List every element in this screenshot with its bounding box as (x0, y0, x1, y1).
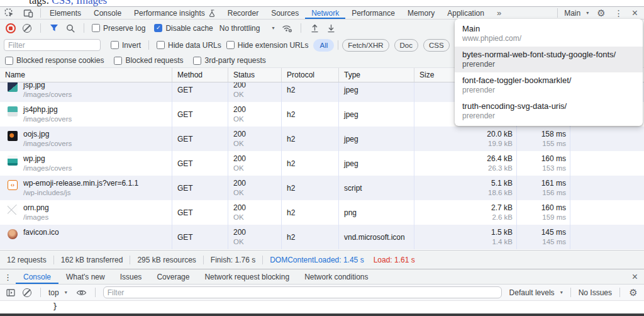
image-thumbnail-icon (8, 131, 18, 141)
page-tags-line: tags: CSS, Images (29, 0, 107, 6)
network-filter-input[interactable] (4, 39, 101, 51)
drawer-tabbar: ⋮ Console What's new Issues Coverage Net… (0, 269, 644, 285)
tab-sources[interactable]: Sources (265, 7, 305, 19)
chevron-down-icon: ▾ (586, 10, 589, 16)
filter-chip-doc[interactable]: Doc (394, 39, 418, 52)
console-settings-button[interactable]: ⚙ (628, 287, 639, 298)
more-vertical-icon: ⋮ (4, 273, 12, 282)
drawer-tab-network-conditions[interactable]: Network conditions (297, 269, 375, 284)
more-tabs-button[interactable]: » (491, 7, 508, 19)
dropdown-item-prerender-2[interactable]: font-face-toggler-bookmarklet/ prerender (455, 72, 643, 98)
image-thumbnail-icon (8, 155, 18, 166)
tab-recorder[interactable]: Recorder (221, 7, 265, 19)
network-conditions-button[interactable] (282, 23, 293, 34)
divider (40, 288, 41, 297)
divider (619, 288, 620, 297)
waterfall-cell (570, 176, 644, 200)
script-file-icon: ‹› (8, 180, 18, 190)
waterfall-cell (570, 151, 644, 176)
console-filter-input[interactable] (103, 286, 502, 298)
drawer-tab-issues[interactable]: Issues (113, 269, 150, 284)
third-party-requests-checkbox[interactable]: 3rd-party requests (193, 56, 265, 65)
tag-link-css[interactable]: CSS, (52, 0, 74, 6)
console-levels-select[interactable]: Default levels ▾ (509, 288, 563, 297)
filter-toggle-button[interactable] (48, 23, 60, 34)
tab-memory[interactable]: Memory (401, 7, 441, 19)
target-context-selector[interactable]: Main▾ (560, 7, 592, 19)
more-vertical-icon: ⋮ (614, 8, 623, 18)
filter-chip-css[interactable]: CSS (423, 39, 450, 52)
table-row[interactable]: favicon.ico GET 200OK h2 vnd.microsoft.i… (0, 225, 644, 249)
checkbox-unchecked-icon (111, 41, 119, 49)
disable-cache-checkbox[interactable]: ✓ Disable cache (154, 24, 213, 33)
issues-counter[interactable]: No Issues (579, 288, 612, 297)
column-header-status[interactable]: Status (228, 68, 282, 82)
inspect-element-button[interactable] (0, 7, 19, 19)
dropdown-item-prerender-3[interactable]: truth-encoding-svg-data-uris/ prerender (455, 98, 643, 124)
filter-chip-all[interactable]: All (313, 39, 334, 52)
table-row[interactable]: orn.png/images GET 200OK h2 png 2.7 kB2.… (0, 200, 644, 225)
hide-data-urls-checkbox[interactable]: Hide data URLs (157, 41, 221, 50)
drawer-tab-coverage[interactable]: Coverage (149, 269, 197, 284)
tab-performance-insights[interactable]: Performance insights (128, 7, 221, 19)
device-toolbar-button[interactable] (19, 7, 38, 19)
throttling-select[interactable]: No throttling ▾ (219, 24, 275, 33)
table-row[interactable]: ‹›wp-emoji-release.min.js?ver=6.1.1/wp-i… (0, 176, 644, 200)
console-output-area[interactable]: } (0, 301, 644, 313)
tab-console[interactable]: Console (87, 7, 128, 19)
divider (40, 8, 41, 18)
checkbox-unchecked-icon (114, 57, 122, 65)
export-har-button[interactable] (325, 23, 336, 34)
window-bottom-strip (0, 313, 644, 316)
column-header-method[interactable]: Method (172, 68, 228, 82)
blocked-requests-checkbox[interactable]: Blocked requests (114, 56, 183, 65)
more-options-button[interactable]: ⋮ (610, 7, 628, 19)
tab-application[interactable]: Application (441, 7, 491, 19)
transferred-size: 162 kB transferred (54, 256, 130, 264)
close-drawer-button[interactable]: × (632, 271, 644, 283)
drawer-tab-whats-new[interactable]: What's new (58, 269, 113, 284)
dropdown-item-prerender-1[interactable]: bytes-normal-web-font-study-google-fonts… (455, 47, 643, 72)
invert-checkbox[interactable]: Invert (111, 41, 141, 50)
drawer-tab-console[interactable]: Console (16, 269, 58, 284)
create-live-expression-button[interactable] (76, 287, 87, 298)
record-network-log-button[interactable] (5, 23, 16, 34)
column-header-protocol[interactable]: Protocol (282, 68, 339, 82)
requests-count: 12 requests (0, 256, 53, 264)
search-button[interactable] (65, 23, 76, 34)
table-row[interactable]: oojs.jpg/images/covers GET 200OK h2 jpeg… (0, 127, 644, 151)
gear-icon: ⚙ (597, 8, 605, 19)
filter-chip-fetch-xhr[interactable]: Fetch/XHR (342, 39, 389, 52)
tab-elements[interactable]: Elements (43, 7, 87, 19)
tag-link-images[interactable]: Images (76, 0, 107, 6)
preserve-log-checkbox[interactable]: Preserve log (92, 24, 145, 33)
divider (40, 23, 41, 33)
inspect-icon (4, 8, 14, 18)
console-context-selector[interactable]: top ▾ (48, 288, 67, 297)
clear-console-button[interactable] (21, 287, 33, 298)
hide-extension-urls-checkbox[interactable]: Hide extension URLs (226, 41, 309, 50)
clear-network-log-button[interactable] (21, 23, 33, 34)
tab-network[interactable]: Network (305, 7, 345, 19)
checkbox-unchecked-icon (92, 24, 100, 32)
divider (557, 8, 558, 18)
column-header-name[interactable]: Name (0, 68, 172, 82)
eye-icon (76, 289, 87, 296)
tab-performance[interactable]: Performance (345, 7, 401, 19)
blocked-response-cookies-checkbox[interactable]: Blocked response cookies (5, 56, 104, 65)
settings-button[interactable]: ⚙ (592, 7, 609, 19)
close-devtools-button[interactable]: × (628, 7, 644, 19)
finish-time: Finish: 1.76 s (204, 256, 262, 264)
download-icon (327, 24, 335, 33)
dropdown-item-main[interactable]: Main www.phpied.com/ (455, 21, 643, 47)
console-sidebar-toggle-button[interactable] (5, 287, 16, 298)
divider (338, 40, 338, 50)
column-header-type[interactable]: Type (339, 68, 414, 82)
drawer-more-tools-button[interactable]: ⋮ (0, 271, 16, 283)
image-thumbnail-icon (8, 82, 18, 92)
table-row[interactable]: wp.jpg/images/covers GET 200OK h2 jpeg 2… (0, 151, 644, 176)
upload-icon (311, 24, 319, 33)
drawer-tab-network-request-blocking[interactable]: Network request blocking (197, 269, 297, 284)
checkbox-unchecked-icon (5, 57, 13, 65)
import-har-button[interactable] (309, 23, 320, 34)
